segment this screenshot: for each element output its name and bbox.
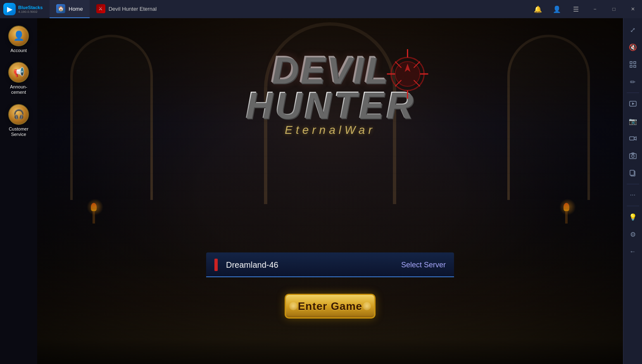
- game-tab-label: Devil Hunter Eternal: [109, 6, 157, 12]
- home-tab-label: Home: [69, 6, 83, 12]
- separator-1: [627, 93, 639, 93]
- torch-left-glow: [87, 199, 103, 215]
- sidebar-item-account[interactable]: 👤 Account: [3, 22, 34, 57]
- svg-point-20: [632, 155, 634, 157]
- left-sidebar: 👤 Account 📢 Announ-cement 🎧 Customer Ser…: [0, 18, 37, 364]
- bs-version: 4.190.0.5002: [18, 10, 43, 14]
- titlebar-controls: 🔔 👤 ☰ − □ ✕: [529, 0, 642, 18]
- titlebar: ▶ BlueStacks 4.190.0.5002 🏠 Home ⚔ Devil…: [0, 0, 642, 18]
- svg-marker-18: [634, 137, 636, 140]
- fullscreen-button[interactable]: [625, 56, 641, 73]
- game-area: DEVIL: [37, 18, 623, 364]
- maximize-button[interactable]: □: [605, 0, 623, 18]
- menu-button[interactable]: ☰: [567, 0, 585, 18]
- screenshot-icon: [629, 152, 637, 159]
- main-area: 👤 Account 📢 Announ-cement 🎧 Customer Ser…: [0, 18, 642, 364]
- volume-button[interactable]: 🔇: [625, 39, 641, 55]
- svg-rect-13: [630, 65, 632, 67]
- svg-rect-23: [630, 170, 634, 175]
- svg-rect-14: [634, 65, 636, 67]
- tab-home[interactable]: 🏠 Home: [50, 0, 90, 18]
- customer-service-icon: 🎧: [8, 104, 29, 125]
- game-title-container: DEVIL: [245, 51, 415, 137]
- more-button[interactable]: ···: [625, 187, 641, 203]
- right-sidebar: ⤢ 🔇 ✏ 📷: [623, 18, 642, 364]
- torch-right-glow: [559, 199, 576, 215]
- sidebar-item-customer-service[interactable]: 🎧 Customer Service: [3, 101, 34, 140]
- expand-button[interactable]: ⤢: [625, 21, 641, 38]
- notification-button[interactable]: 🔔: [529, 0, 547, 18]
- media-icon: [629, 100, 637, 107]
- draw-button[interactable]: ✏: [625, 74, 641, 90]
- close-button[interactable]: ✕: [624, 0, 642, 18]
- sidebar-item-announcement[interactable]: 📢 Announ-cement: [3, 59, 34, 98]
- server-indicator: [214, 259, 218, 271]
- svg-marker-16: [632, 102, 635, 105]
- game-title-devil: DEVIL: [271, 51, 389, 88]
- svg-rect-19: [630, 154, 636, 159]
- arch-left: [70, 35, 153, 200]
- bs-brand-name: BlueStacks: [18, 5, 43, 10]
- record-icon: [629, 135, 637, 142]
- server-name: Dreamland-46: [226, 260, 401, 270]
- select-server-button[interactable]: Select Server: [401, 261, 446, 269]
- camera-button[interactable]: 📷: [625, 113, 641, 129]
- svg-rect-17: [630, 137, 634, 140]
- enter-game-button[interactable]: Enter Game: [285, 294, 376, 319]
- copy-icon: [629, 169, 637, 177]
- screenshot-button[interactable]: [625, 148, 641, 164]
- back-button[interactable]: ←: [625, 243, 641, 260]
- svg-rect-11: [630, 62, 632, 64]
- separator-3: [627, 206, 639, 206]
- home-tab-icon: 🏠: [56, 4, 65, 13]
- game-tab-icon: ⚔: [96, 4, 105, 13]
- server-bar: Dreamland-46 Select Server: [206, 252, 454, 277]
- light-button[interactable]: 💡: [625, 209, 641, 225]
- fullscreen-icon: [629, 61, 637, 68]
- separator-2: [627, 184, 639, 184]
- torch-left: [91, 203, 97, 224]
- minimize-button[interactable]: −: [586, 0, 604, 18]
- bs-logo-icon: ▶: [3, 3, 16, 15]
- record-button[interactable]: [625, 130, 641, 147]
- account-button[interactable]: 👤: [548, 0, 566, 18]
- title-emblem: [385, 47, 430, 101]
- announcement-label: Announ-cement: [5, 84, 33, 95]
- bluestacks-logo[interactable]: ▶ BlueStacks 4.190.0.5002: [0, 0, 50, 18]
- announcement-icon: 📢: [8, 62, 29, 83]
- media-button[interactable]: [625, 95, 641, 112]
- torch-right: [564, 203, 569, 224]
- copy-button[interactable]: [625, 165, 641, 181]
- customer-service-label: Customer Service: [5, 126, 33, 137]
- settings-button[interactable]: ⚙: [625, 226, 641, 243]
- tab-game[interactable]: ⚔ Devil Hunter Eternal: [90, 0, 163, 18]
- arch-right: [507, 35, 590, 200]
- account-icon: 👤: [8, 26, 29, 46]
- svg-rect-12: [634, 62, 636, 64]
- account-label: Account: [10, 48, 27, 53]
